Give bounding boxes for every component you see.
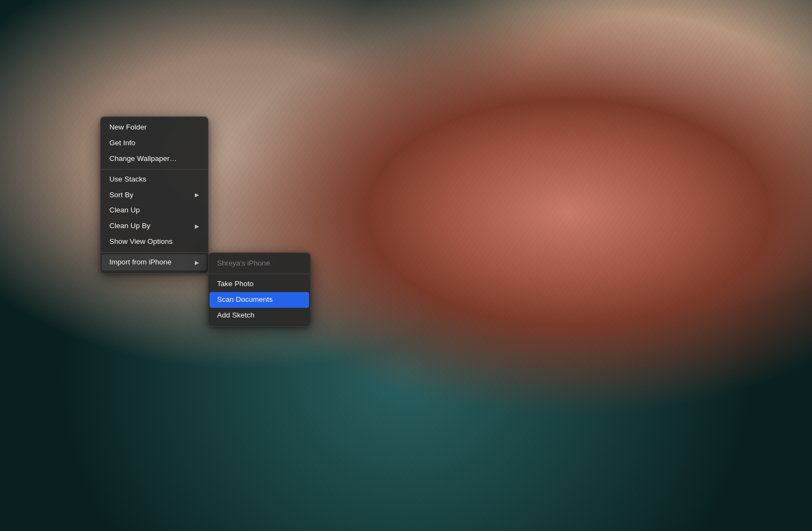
menu-item-new-folder[interactable]: New Folder: [102, 120, 207, 135]
menu-item-use-stacks[interactable]: Use Stacks: [102, 172, 207, 187]
menu-item-label: Sort By: [109, 190, 133, 200]
import-from-iphone-submenu: Shreya's iPhone Take Photo Scan Document…: [208, 252, 311, 327]
menu-item-label: Clean Up By: [109, 221, 150, 231]
device-name-label: Shreya's iPhone: [217, 258, 270, 269]
context-menu: New Folder Get Info Change Wallpaper… Us…: [100, 116, 208, 274]
menu-item-label: Import from iPhone: [109, 257, 172, 268]
menu-item-label: Get Info: [109, 138, 135, 148]
submenu-item-add-sketch[interactable]: Add Sketch: [209, 308, 309, 323]
submenu-arrow-icon: ▶: [195, 259, 199, 267]
menu-separator-1: [101, 169, 208, 170]
submenu-separator: [208, 274, 310, 274]
submenu-item-label: Scan Documents: [217, 295, 273, 305]
menu-item-clean-up-by[interactable]: Clean Up By ▶: [102, 218, 207, 234]
menu-item-label: New Folder: [109, 122, 147, 133]
submenu-item-label: Add Sketch: [217, 310, 254, 321]
submenu-item-device-name: Shreya's iPhone: [209, 256, 309, 271]
menu-item-clean-up[interactable]: Clean Up: [102, 203, 207, 218]
menu-item-import-from-iphone[interactable]: Import from iPhone ▶ Shreya's iPhone Tak…: [102, 255, 207, 270]
menu-item-sort-by[interactable]: Sort By ▶: [102, 187, 207, 203]
menu-item-label: Clean Up: [109, 205, 140, 216]
menu-item-get-info[interactable]: Get Info: [102, 135, 207, 151]
submenu-item-scan-documents[interactable]: Scan Documents: [209, 292, 309, 308]
menu-separator-2: [101, 252, 208, 252]
menu-item-label: Use Stacks: [109, 174, 146, 185]
menu-item-label: Change Wallpaper…: [109, 154, 177, 164]
submenu-item-label: Take Photo: [217, 279, 254, 289]
submenu-item-take-photo[interactable]: Take Photo: [209, 276, 309, 292]
menu-item-change-wallpaper[interactable]: Change Wallpaper…: [102, 151, 207, 167]
submenu-arrow-icon: ▶: [195, 223, 199, 230]
submenu-arrow-icon: ▶: [195, 191, 199, 199]
menu-item-label: Show View Options: [109, 237, 173, 247]
menu-item-show-view-options[interactable]: Show View Options: [102, 234, 207, 250]
